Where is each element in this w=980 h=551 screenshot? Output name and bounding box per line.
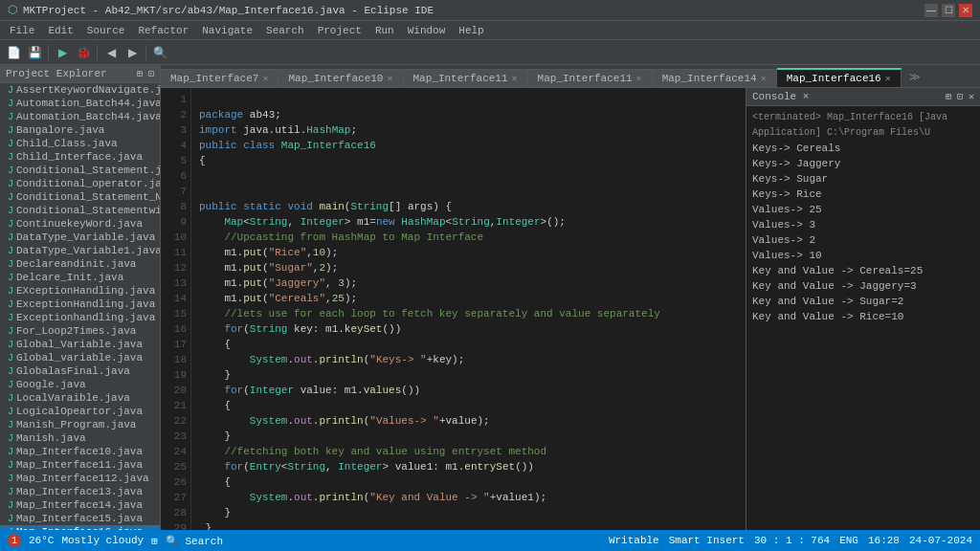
toolbar-sep-1 [48, 45, 49, 60]
tab-close-icon[interactable]: ✕ [636, 73, 642, 84]
list-item[interactable]: JExceptionhandling.java [0, 311, 160, 324]
list-item[interactable]: JDataType_Variable1.java [0, 244, 160, 257]
list-item[interactable]: JGoogle.java [0, 378, 160, 391]
menu-source[interactable]: Source [81, 23, 131, 38]
list-item[interactable]: JFor_Loop2Times.java [0, 324, 160, 338]
date: 24-07-2024 [909, 535, 972, 546]
tab-close-icon[interactable]: ✕ [885, 73, 891, 84]
tab-map-interface14[interactable]: Map_Interface14✕ [653, 69, 777, 87]
list-item[interactable]: JConditional_Statementwith [0, 204, 160, 217]
tab-close-icon[interactable]: ✕ [387, 73, 392, 84]
tab-close-icon[interactable]: ✕ [761, 73, 767, 84]
console-output-7: Values-> 2 [752, 232, 974, 248]
tab-map-interface11b[interactable]: Map_Interface11✕ [528, 69, 653, 87]
list-item[interactable]: JDelcare_Init.java [0, 271, 160, 284]
maximize-button[interactable]: ☐ [942, 4, 955, 17]
list-item[interactable]: JGlobal_variable.java [0, 351, 160, 364]
menu-file[interactable]: File [4, 23, 40, 38]
tab-map-interface16[interactable]: Map_Interface16✕ [777, 68, 902, 87]
list-item[interactable]: JContinuekeyWord.java [0, 217, 160, 231]
more-tabs-icon[interactable]: ≫ [902, 67, 928, 87]
menu-run[interactable]: Run [369, 23, 400, 38]
list-item[interactable]: JManish.java [0, 431, 160, 445]
java-icon: J [8, 326, 13, 337]
list-item[interactable]: JDeclareandinit.java [0, 257, 160, 271]
list-item[interactable]: JMap_Interface112.java [0, 472, 160, 485]
debug-button[interactable]: 🐞 [74, 43, 93, 62]
list-item[interactable]: JAutomation_Batch44.java [0, 110, 160, 123]
java-icon: J [8, 206, 13, 216]
list-item[interactable]: JEXceptionHandling.java [0, 284, 160, 298]
tab-map-interface10[interactable]: Map_Interface10✕ [278, 69, 403, 87]
list-item[interactable]: JChild_Interface.java [0, 150, 160, 164]
insert-mode: Smart Insert [669, 535, 745, 546]
list-item[interactable]: JMap_Interface15.java [0, 512, 160, 525]
list-item[interactable]: JMap_Interface13.java [0, 485, 160, 498]
weather-temp: 26°C [29, 535, 54, 546]
console-controls: ⊞ ⊡ ✕ [946, 91, 974, 102]
console-output-9: Key and Value -> Cereals=25 [752, 263, 974, 278]
pe-content[interactable]: JAssertKeywordNavigate.java JAutomation_… [0, 83, 160, 530]
menu-navigate[interactable]: Navigate [196, 23, 258, 38]
windows-icon[interactable]: ⊞ [151, 535, 158, 547]
close-button[interactable]: ✕ [959, 4, 972, 17]
pe-controls: ⊞ ⊡ [137, 68, 154, 79]
search-label[interactable]: 🔍 Search [166, 535, 223, 547]
back-button[interactable]: ◀ [101, 43, 121, 62]
console-title: Console × [752, 91, 809, 102]
java-icon: J [8, 219, 13, 230]
list-item[interactable]: JGlobal_Variable.java [0, 338, 160, 351]
menu-search[interactable]: Search [260, 23, 310, 38]
list-item[interactable]: JConditional_Statement.java [0, 164, 160, 177]
list-item[interactable]: JChild_Class.java [0, 137, 160, 150]
list-item[interactable]: JAssertKeywordNavigate.java [0, 83, 160, 97]
java-icon: J [8, 380, 13, 390]
save-button[interactable]: 💾 [25, 43, 44, 62]
java-icon: J [8, 393, 13, 404]
list-item[interactable]: JLocalVaraible.java [0, 391, 160, 405]
run-button[interactable]: ▶ [53, 43, 72, 62]
java-icon: J [8, 447, 13, 457]
list-item[interactable]: JLogicalOpeartor.java [0, 405, 160, 418]
minimize-button[interactable]: — [924, 4, 938, 17]
java-icon: J [8, 433, 13, 444]
console-output-11: Key and Value -> Sugar=2 [752, 294, 974, 309]
java-icon: J [8, 353, 13, 364]
menu-window[interactable]: Window [402, 23, 452, 38]
console-output-10: Key and Value -> Jaggery=3 [752, 278, 974, 294]
search-button[interactable]: 🔍 [150, 43, 169, 62]
menu-refactor[interactable]: Refactor [132, 23, 194, 38]
java-icon: J [8, 514, 13, 524]
list-item[interactable]: JManish_Program.java [0, 418, 160, 431]
list-item[interactable]: JExceptionHandling.java [0, 298, 160, 311]
editor-tabs: Map_Interface7✕ Map_Interface10✕ Map_Int… [161, 65, 980, 88]
list-item[interactable]: JMap_Interface14.java [0, 498, 160, 512]
tab-close-icon[interactable]: ✕ [262, 73, 268, 84]
list-item[interactable]: JAutomation_Batch44.java [0, 97, 160, 110]
list-item[interactable]: JConditional_operator.java [0, 177, 160, 190]
menu-project[interactable]: Project [312, 23, 368, 38]
list-item[interactable]: JMap_Interface11.java [0, 458, 160, 472]
console-output-4: Keys-> Rice [752, 187, 974, 202]
list-item[interactable]: JConditional_Statement_Nes [0, 190, 160, 204]
list-item[interactable]: JBangalore.java [0, 123, 160, 137]
java-icon: J [8, 313, 13, 323]
new-button[interactable]: 📄 [4, 43, 23, 62]
java-icon: J [8, 152, 13, 163]
list-item[interactable]: JDataType_Variable.java [0, 231, 160, 244]
list-item[interactable]: JMap_Interface10.java [0, 445, 160, 458]
console-output-6: Values-> 3 [752, 217, 974, 232]
code-content[interactable]: package ab43; import java.util.HashMap; … [191, 88, 746, 530]
forward-button[interactable]: ▶ [122, 43, 142, 62]
menu-help[interactable]: Help [453, 23, 489, 38]
tab-map-interface7[interactable]: Map_Interface7✕ [161, 69, 278, 87]
code-editor[interactable]: 12345 678910 1112131415 1617181920 21222… [161, 88, 746, 530]
java-icon: J [8, 139, 13, 149]
pe-title: Project Explorer [6, 68, 107, 79]
tab-map-interface11a[interactable]: Map_Interface11✕ [404, 69, 528, 87]
weather-desc: Mostly cloudy [61, 535, 144, 546]
java-icon: J [8, 273, 13, 283]
menu-edit[interactable]: Edit [42, 23, 78, 38]
list-item[interactable]: JGlobalasFinal.java [0, 364, 160, 378]
tab-close-icon[interactable]: ✕ [512, 73, 518, 84]
